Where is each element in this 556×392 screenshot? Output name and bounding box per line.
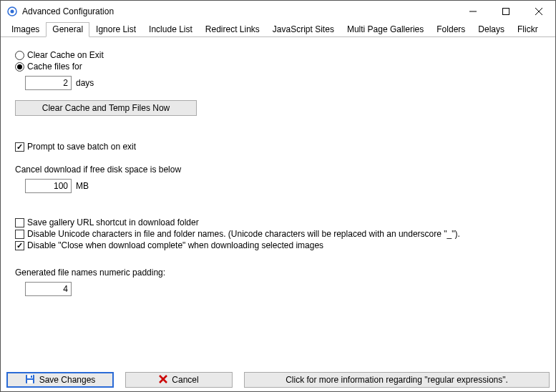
checkbox-disable-close-label: Disable "Close when download complete" w… <box>27 240 323 250</box>
tab-include-list[interactable]: Include List <box>142 22 199 37</box>
radio-cache-files-for-label: Cache files for <box>27 62 82 72</box>
svg-rect-9 <box>31 376 32 378</box>
minimize-button[interactable] <box>457 1 489 22</box>
tab-folders[interactable]: Folders <box>430 22 472 37</box>
tab-images[interactable]: Images <box>5 22 46 37</box>
radio-clear-cache-on-exit-label: Clear Cache on Exit <box>27 50 104 60</box>
tab-panel-general: Clear Cache on Exit Cache files for days… <box>1 37 555 305</box>
svg-rect-3 <box>503 9 509 15</box>
checkbox-disable-unicode-label: Disable Unicode characters in file and f… <box>27 229 460 239</box>
checkbox-disable-unicode[interactable] <box>15 230 24 239</box>
bottom-bar: Save Changes Cancel Click for more infor… <box>1 370 555 391</box>
svg-rect-8 <box>27 380 33 383</box>
clear-cache-now-button[interactable]: Clear Cache and Temp Files Now <box>15 100 197 116</box>
radio-clear-cache-on-exit[interactable] <box>15 51 24 60</box>
cancel-icon <box>159 375 167 386</box>
checkbox-save-shortcut-label: Save gallery URL shortcut in download fo… <box>27 217 199 227</box>
padding-label: Generated file names numeric padding: <box>15 268 541 278</box>
app-icon <box>6 6 18 17</box>
disk-space-unit: MB <box>76 181 89 191</box>
checkbox-prompt-save-batch-label: Prompt to save batch on exit <box>27 142 136 152</box>
save-icon <box>25 374 35 386</box>
save-changes-button[interactable]: Save Changes <box>6 372 114 388</box>
titlebar: Advanced Configuration <box>1 1 555 22</box>
tab-flickr[interactable]: Flickr <box>511 22 545 37</box>
tab-javascript-sites[interactable]: JavaScript Sites <box>266 22 341 37</box>
checkbox-disable-close[interactable] <box>15 241 24 250</box>
disk-space-input[interactable] <box>25 179 72 193</box>
regex-info-button[interactable]: Click for more information regarding "re… <box>244 372 550 388</box>
cache-days-unit: days <box>76 78 94 88</box>
tab-redirect-links[interactable]: Redirect Links <box>199 22 266 37</box>
cancel-button[interactable]: Cancel <box>125 372 233 388</box>
tab-delays[interactable]: Delays <box>472 22 511 37</box>
window-title: Advanced Configuration <box>22 6 457 16</box>
tab-multi-page-galleries[interactable]: Multi Page Galleries <box>341 22 430 37</box>
close-button[interactable] <box>522 1 555 22</box>
tabstrip: Images General Ignore List Include List … <box>1 22 555 37</box>
padding-input[interactable] <box>25 282 72 296</box>
save-changes-label: Save Changes <box>39 375 96 385</box>
tab-general[interactable]: General <box>46 22 89 37</box>
maximize-button[interactable] <box>489 1 522 22</box>
cancel-label: Cancel <box>172 375 198 385</box>
cache-days-input[interactable] <box>25 76 72 90</box>
radio-cache-files-for[interactable] <box>15 62 24 72</box>
svg-point-1 <box>11 10 14 14</box>
tab-ignore-list[interactable]: Ignore List <box>89 22 142 37</box>
disk-space-label: Cancel download if free disk space is be… <box>15 165 541 175</box>
checkbox-save-shortcut[interactable] <box>15 218 24 227</box>
checkbox-prompt-save-batch[interactable] <box>15 142 24 152</box>
